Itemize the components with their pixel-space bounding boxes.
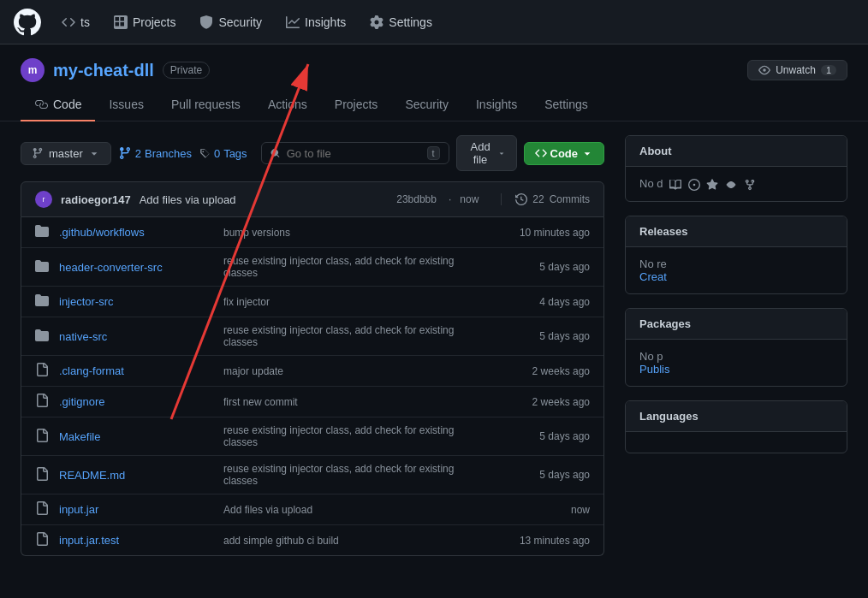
file-commit-message: major update (223, 365, 477, 377)
file-name[interactable]: README.md (59, 469, 213, 482)
branch-info: 2 Branches 0 Tags (118, 146, 247, 160)
repo-tabs: Code Issues Pull requests Actions Projec… (0, 89, 868, 121)
file-time: 5 days ago (487, 330, 590, 342)
nav-label: ts (80, 15, 90, 29)
file-row: README.md reuse existing injector class,… (21, 456, 603, 494)
tab-issues[interactable]: Issues (95, 89, 157, 121)
file-name[interactable]: .github/workflows (59, 226, 213, 239)
fork-icon (744, 179, 756, 191)
file-time: 5 days ago (487, 261, 590, 273)
file-name[interactable]: Makefile (59, 430, 213, 443)
table-icon (114, 15, 128, 29)
file-icon-wrap (35, 532, 49, 548)
repo-owner-avatar: m (21, 58, 45, 82)
file-commit-message: reuse existing injector class, add check… (223, 424, 477, 448)
file-icon-wrap (35, 501, 49, 518)
tab-security[interactable]: Security (391, 89, 462, 121)
file-icon (35, 532, 49, 546)
commit-time-label: now (460, 193, 479, 205)
tab-insights[interactable]: Insights (462, 89, 531, 121)
tag-icon (199, 147, 211, 159)
file-commit-message: reuse existing injector class, add check… (223, 463, 477, 487)
file-time: 10 minutes ago (487, 227, 590, 239)
eye-small-icon (725, 179, 737, 191)
commits-count: 22 (532, 193, 544, 205)
packages-section: Packages No p Publis (625, 308, 847, 387)
branches-link[interactable]: 2 Branches (118, 146, 192, 160)
file-row: input.jar.test add simple github ci buil… (21, 525, 603, 555)
nav-item-security[interactable]: Security (189, 10, 272, 34)
main-content: master 2 Branches 0 Tags t (0, 121, 868, 570)
branch-icon (32, 147, 44, 159)
file-commit-message: add simple github ci build (223, 535, 477, 547)
file-time: now (487, 504, 590, 516)
about-header: About (626, 136, 847, 167)
repo-actions: Unwatch 1 (747, 60, 847, 80)
tags-link[interactable]: 0 Tags (199, 147, 247, 160)
search-input[interactable] (287, 147, 420, 160)
packages-header: Packages (626, 309, 847, 340)
nav-projects-label: Projects (133, 15, 176, 29)
file-time: 2 weeks ago (487, 396, 590, 408)
tab-issues-label: Issues (109, 98, 143, 111)
nav-item-settings[interactable]: Settings (360, 10, 443, 34)
file-row: .gitignore first new commit 2 weeks ago (21, 387, 603, 417)
branch-selector[interactable]: master (21, 142, 111, 165)
file-time: 5 days ago (487, 469, 590, 481)
code-chevron (581, 147, 593, 159)
eye-icon (758, 64, 770, 76)
file-name[interactable]: header-converter-src (59, 261, 213, 274)
chevron-down-icon (88, 147, 100, 159)
unwatch-button[interactable]: Unwatch 1 (747, 60, 847, 80)
nav-item-projects[interactable]: Projects (104, 10, 187, 34)
about-body: No d (626, 167, 847, 201)
graph-icon (286, 15, 300, 29)
file-name[interactable]: input.jar (59, 503, 213, 516)
file-row: header-converter-src reuse existing inje… (21, 248, 603, 287)
file-name[interactable]: .gitignore (59, 395, 213, 408)
book-icon (669, 179, 681, 191)
create-release-link[interactable]: Creat (639, 270, 833, 283)
nav-security-label: Security (218, 15, 262, 29)
file-row: Makefile reuse existing injector class, … (21, 417, 603, 456)
tab-actions-label: Actions (268, 98, 307, 111)
file-row: .clang-format major update 2 weeks ago (21, 356, 603, 387)
tab-actions[interactable]: Actions (254, 89, 321, 121)
file-name[interactable]: native-src (59, 330, 213, 343)
repo-name[interactable]: my-cheat-dll (53, 61, 154, 80)
file-name[interactable]: .clang-format (59, 364, 213, 377)
folder-icon (35, 293, 49, 307)
tab-code[interactable]: Code (21, 89, 95, 121)
tab-pull-requests[interactable]: Pull requests (158, 89, 254, 121)
file-icon-wrap (35, 429, 49, 445)
file-icon-wrap (35, 363, 49, 379)
tab-projects-label: Projects (335, 98, 378, 111)
commit-count[interactable]: 22 Commits (501, 193, 590, 205)
commit-author[interactable]: radioegor147 (61, 193, 131, 206)
tab-insights-label: Insights (476, 98, 517, 111)
file-time: 13 minutes ago (487, 535, 590, 547)
languages-body (626, 432, 847, 453)
branches-count: 2 (135, 147, 141, 160)
languages-header: Languages (626, 401, 847, 432)
nav-item-insights[interactable]: Insights (276, 10, 356, 34)
tab-projects[interactable]: Projects (321, 89, 392, 121)
folder-icon (35, 224, 49, 238)
file-icon (35, 394, 49, 407)
branches-icon (118, 146, 132, 160)
file-name[interactable]: input.jar.test (59, 534, 213, 547)
tags-count: 0 (214, 147, 220, 160)
top-nav: ts Projects Security Insights Settings (0, 0, 868, 44)
add-file-button[interactable]: Add file (456, 135, 517, 171)
file-name[interactable]: injector-src (59, 295, 213, 308)
publish-package-link[interactable]: Publis (639, 363, 833, 376)
file-icon-wrap (35, 467, 49, 483)
packages-body: No p Publis (626, 340, 847, 386)
file-time: 2 weeks ago (487, 365, 590, 377)
code-button[interactable]: Code (524, 142, 605, 165)
tab-settings[interactable]: Settings (531, 89, 602, 121)
file-icon (35, 363, 49, 376)
file-commit-message: reuse existing injector class, add check… (223, 324, 477, 348)
file-browser: master 2 Branches 0 Tags t (21, 135, 604, 556)
nav-item-code[interactable]: ts (51, 10, 100, 34)
